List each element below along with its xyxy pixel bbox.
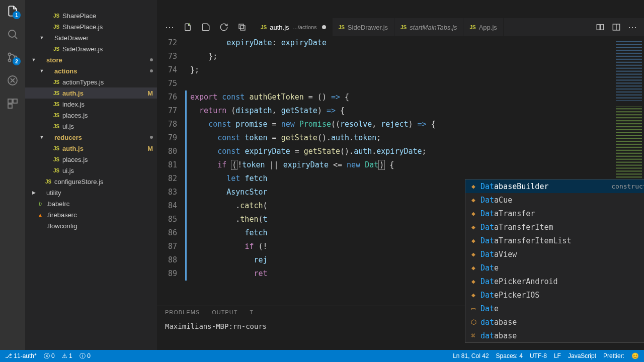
suggest-label: DatePickerIOS (480, 291, 539, 300)
suggest-item[interactable]: ▭Date (465, 302, 644, 315)
svg-rect-5 (8, 99, 12, 103)
code-line[interactable]: expiryDate: expiryDate (190, 36, 614, 50)
refresh-icon[interactable] (219, 23, 228, 32)
intellisense-suggest[interactable]: ◆DatabaseBuilderconstructor DatabaseBuil… (465, 179, 644, 343)
status-prettier[interactable]: Prettier: (603, 352, 624, 359)
suggest-item[interactable]: ◆DatePickerIOS (465, 288, 644, 302)
file-.babelrc[interactable]: b.babelrc (25, 198, 157, 209)
code-line[interactable]: }; (190, 50, 614, 63)
file-configureStore.js[interactable]: JSconfigureStore.js (25, 176, 157, 187)
tab-App.js[interactable]: JSApp.js (463, 18, 503, 36)
line-number: 82 (157, 172, 177, 186)
suggest-item[interactable]: ◆DataTransferItem (465, 220, 644, 234)
tab-startMainTabs.js[interactable]: JSstartMainTabs.js (394, 18, 463, 36)
panel-tab-problems[interactable]: PROBLEMS (165, 309, 200, 317)
suggest-item[interactable]: ◆DatabaseBuilderconstructor DatabaseBuil… (465, 179, 644, 193)
suggest-item[interactable]: ◆DataCue (465, 193, 644, 207)
suggest-label: database (480, 318, 517, 327)
scm-icon[interactable]: 2 (6, 50, 20, 64)
line-number: 88 (157, 253, 177, 267)
split-icon[interactable] (612, 23, 621, 32)
folder-store[interactable]: store (25, 54, 157, 65)
status-bar: ⎇ 11-auth* ⓧ 0 ⚠ 1 ⓘ 0 Ln 81, Col 42 Spa… (0, 350, 644, 362)
tree-label: configureStore.js (54, 178, 153, 186)
file-.flowconfig[interactable]: .flowconfig (25, 220, 157, 231)
suggest-item[interactable]: ◆DatePickerAndroid (465, 275, 644, 288)
panel-tab-output[interactable]: OUTPUT (212, 309, 237, 317)
save-all-icon[interactable] (201, 23, 210, 32)
overflow-icon[interactable]: ⋯ (165, 22, 174, 33)
file-explorer[interactable]: JSSharePlace JSSharePlace.js SideDrawer … (25, 0, 157, 350)
tree-label: .babelrc (46, 200, 153, 208)
extensions-icon[interactable] (6, 97, 20, 111)
folder-reducers[interactable]: reducers (25, 132, 157, 143)
tree-label: utility (46, 189, 153, 197)
code-line[interactable]: const token = getState().auth.token; (190, 131, 614, 145)
status-feedback-icon[interactable]: 😊 (631, 352, 639, 359)
line-number: 89 (157, 267, 177, 281)
tree-label: SharePlace.js (62, 23, 153, 31)
firebase-icon: ▲ (36, 212, 44, 218)
code-line[interactable] (190, 77, 614, 90)
status-info[interactable]: ⓘ 0 (79, 352, 91, 360)
explorer-icon[interactable]: 1 (6, 4, 20, 18)
code-line[interactable]: export const authGetToken = () => { (190, 90, 614, 104)
tab-label: App.js (479, 24, 497, 31)
suggest-item[interactable]: ◆DataView (465, 247, 644, 261)
status-errors[interactable]: ⓧ 0 (44, 352, 55, 360)
git-dot (150, 136, 153, 139)
file-SideDrawer.js[interactable]: JSSideDrawer.js (25, 43, 157, 54)
code-line[interactable]: if (!token || expiryDate <= new Dat) { (190, 158, 614, 172)
code-line[interactable]: const expiryDate = getState().auth.expir… (190, 145, 614, 158)
code-line[interactable]: const promise = new Promise((resolve, re… (190, 118, 614, 131)
status-language[interactable]: JavaScript (568, 352, 596, 359)
file-SharePlace.js[interactable]: JSSharePlace.js (25, 21, 157, 32)
status-warnings[interactable]: ⚠ 1 (62, 352, 72, 359)
tab-SideDrawer.js[interactable]: JSSideDrawer.js (333, 18, 394, 36)
status-encoding[interactable]: UTF-8 (530, 352, 547, 359)
suggest-item[interactable]: ◆DataTransferItemList (465, 234, 644, 247)
status-branch[interactable]: ⎇ 11-auth* (5, 352, 37, 359)
file-auth.js[interactable]: JSauth.jsM (25, 87, 157, 99)
editor-tabs: JSauth.js.../actionsJSSideDrawer.jsJSsta… (255, 18, 644, 36)
new-file-icon[interactable] (183, 23, 192, 32)
more-icon[interactable]: ⋯ (628, 22, 637, 33)
file-ui.js[interactable]: JSui.js (25, 121, 157, 132)
js-icon: JS (52, 146, 60, 151)
suggest-item[interactable]: ⬡database (465, 315, 644, 329)
suggest-item[interactable]: ◆Date (465, 261, 644, 275)
folder-SideDrawer[interactable]: SideDrawer (25, 32, 157, 43)
line-number: 77 (157, 104, 177, 118)
code-line[interactable]: return (dispatch, getState) => { (190, 104, 614, 118)
folder-utility[interactable]: utility (25, 187, 157, 198)
file-places.js[interactable]: JSplaces.js (25, 110, 157, 121)
panel-tab-terminal[interactable]: T (250, 309, 254, 317)
code-line[interactable]: }; (190, 63, 614, 77)
suggest-item[interactable]: ⌘database (465, 329, 644, 342)
suggest-kind-icon: ⌘ (469, 332, 477, 340)
suggest-label: DatePickerAndroid (480, 277, 558, 286)
line-number: 85 (157, 213, 177, 226)
file-auth.js[interactable]: JSauth.jsM (25, 143, 157, 154)
line-number: 72 (157, 36, 177, 50)
debug-icon[interactable] (6, 73, 20, 87)
compare-icon[interactable] (596, 23, 605, 32)
explorer-badge: 1 (13, 11, 21, 19)
status-eol[interactable]: LF (554, 352, 561, 359)
line-number: 74 (157, 63, 177, 77)
suggest-item[interactable]: ◆DataTransfer (465, 207, 644, 220)
folder-actions[interactable]: actions (25, 65, 157, 76)
file-index.js[interactable]: JSindex.js (25, 99, 157, 110)
file-SharePlace[interactable]: JSSharePlace (25, 10, 157, 21)
tab-auth.js[interactable]: JSauth.js.../actions (255, 18, 333, 36)
status-spaces[interactable]: Spaces: 4 (496, 352, 523, 359)
collapse-icon[interactable] (237, 23, 247, 32)
babel-icon: b (36, 201, 44, 207)
file-.firebaserc[interactable]: ▲.firebaserc (25, 209, 157, 220)
file-places.js[interactable]: JSplaces.js (25, 154, 157, 165)
file-ui.js[interactable]: JSui.js (25, 165, 157, 176)
tree-label: ui.js (62, 123, 153, 130)
status-cursor[interactable]: Ln 81, Col 42 (453, 352, 489, 359)
search-icon[interactable] (6, 27, 20, 41)
file-actionTypes.js[interactable]: JSactionTypes.js (25, 76, 157, 87)
